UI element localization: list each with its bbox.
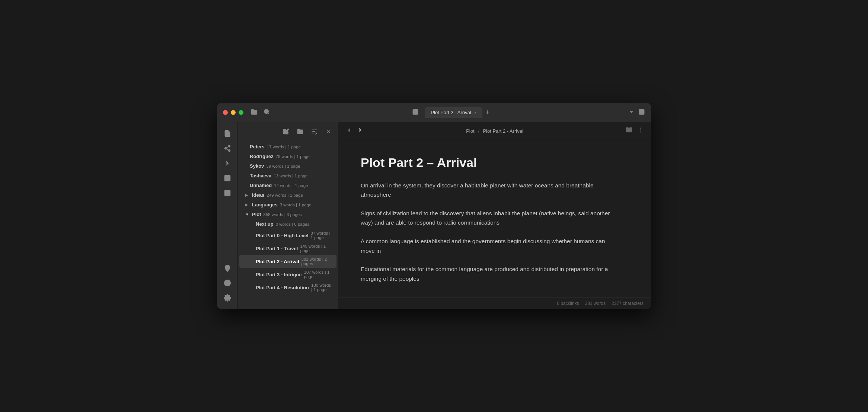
svg-point-30	[640, 128, 641, 129]
sidebar-item-plot-part-0[interactable]: Plot Part 0 - High Level 87 words | 1 pa…	[239, 229, 336, 242]
paragraph-3: A common language is established and the…	[361, 236, 614, 255]
sidebar-item-plot-part-2[interactable]: Plot Part 2 - Arrival 381 words | 2 page…	[239, 255, 336, 268]
back-button[interactable]	[346, 127, 352, 135]
sidebar-tree: Peters 17 words | 1 page Rodriguez 79 wo…	[238, 140, 338, 309]
title-bar: Plot Part 2 - Arrival × +	[217, 103, 651, 122]
dropdown-icon[interactable]	[629, 109, 634, 116]
icon-bar	[217, 122, 238, 309]
list-item[interactable]: Unnamed 14 words | 1 page	[239, 181, 336, 190]
sidebar-item-plot-part-1[interactable]: Plot Part 1 - Travel 149 words | 1 page	[239, 242, 336, 255]
table-button[interactable]	[221, 171, 234, 185]
svg-line-10	[226, 147, 229, 148]
list-item[interactable]: Tashaeva 13 words | 1 page	[239, 171, 336, 180]
terminal-button[interactable]	[221, 157, 234, 170]
breadcrumb: Plot / Plot Part 2 - Arrival	[368, 128, 621, 134]
forward-button[interactable]	[357, 127, 364, 135]
new-note-button[interactable]	[281, 126, 291, 136]
backlinks-count: 0 backlinks	[557, 301, 579, 306]
traffic-lights	[223, 110, 243, 115]
status-bar: 0 backlinks 381 words 2377 characters	[338, 297, 651, 309]
location-button[interactable]	[221, 261, 234, 275]
icon-bar-top	[221, 127, 234, 260]
editor-area: Plot / Plot Part 2 - Arrival	[338, 122, 651, 309]
document-title: Plot Part 2 – Arrival	[361, 155, 629, 170]
title-bar-icons	[251, 109, 270, 117]
paragraph-1: On arrival in the system, they discover …	[361, 181, 614, 200]
paragraph-4: Educational materials for the common lan…	[361, 264, 614, 283]
list-item[interactable]: Peters 17 words | 1 page	[239, 142, 336, 151]
svg-rect-2	[413, 109, 418, 115]
sidebar-toolbar	[238, 122, 338, 140]
reading-mode-icon[interactable]	[626, 127, 632, 135]
tab-label: Plot Part 2 - Arrival	[431, 110, 471, 115]
breadcrumb-separator: /	[478, 128, 479, 134]
split-view-icon[interactable]	[638, 109, 645, 117]
chevron-down-icon: ▼	[245, 212, 250, 216]
folder-icon[interactable]	[251, 109, 258, 117]
sidebar-item-ideas[interactable]: ▶ Ideas 249 words | 1 page	[239, 190, 336, 200]
breadcrumb-current: Plot Part 2 - Arrival	[483, 128, 523, 134]
word-count: 381 words	[585, 301, 606, 306]
active-tab[interactable]: Plot Part 2 - Arrival ×	[425, 107, 482, 118]
layout-button[interactable]	[221, 186, 234, 200]
close-button[interactable]	[223, 110, 228, 115]
close-sidebar-button[interactable]	[323, 126, 334, 136]
editor-content[interactable]: Plot Part 2 – Arrival On arrival in the …	[338, 140, 651, 297]
svg-line-9	[226, 149, 229, 150]
list-item[interactable]: Rodriguez 79 words | 1 page	[239, 152, 336, 161]
title-bar-right	[629, 109, 645, 117]
new-tab-button[interactable]: +	[485, 109, 489, 116]
sidebar-toggle-icon[interactable]	[412, 109, 419, 117]
settings-button[interactable]	[221, 291, 234, 305]
chevron-right-icon: ▶	[245, 193, 250, 197]
sidebar-item-plot-part-4[interactable]: Plot Part 4 - Resolution 130 words | 1 p…	[239, 281, 336, 294]
svg-point-32	[640, 132, 641, 133]
icon-bar-bottom	[221, 261, 234, 305]
tab-bar-area: Plot Part 2 - Arrival × +	[274, 107, 624, 118]
svg-line-1	[268, 113, 269, 114]
sidebar-item-next-up[interactable]: Next up 0 words | 0 pages	[239, 219, 336, 229]
svg-point-31	[640, 130, 641, 131]
minimize-button[interactable]	[231, 110, 236, 115]
graph-button[interactable]	[221, 142, 234, 155]
sidebar-item-plot[interactable]: ▼ Plot 858 words | 3 pages	[239, 210, 336, 219]
list-item[interactable]: Sykov 39 words | 1 page	[239, 161, 336, 171]
sidebar-item-languages[interactable]: ▶ Languages 3 words | 1 page	[239, 200, 336, 209]
sidebar-item-plot-part-3[interactable]: Plot Part 3 - Intrigue 107 words | 1 pag…	[239, 268, 336, 281]
breadcrumb-parent[interactable]: Plot	[466, 128, 474, 134]
sort-button[interactable]	[309, 126, 319, 136]
svg-rect-16	[224, 190, 230, 196]
app-window: Plot Part 2 - Arrival × +	[217, 103, 651, 309]
new-folder-button[interactable]	[295, 126, 305, 136]
more-options-icon[interactable]	[637, 127, 644, 135]
maximize-button[interactable]	[239, 110, 243, 115]
main-content: Peters 17 words | 1 page Rodriguez 79 wo…	[217, 122, 651, 309]
paragraph-2: Signs of civilization lead to the discov…	[361, 209, 614, 228]
character-count: 2377 characters	[612, 301, 644, 306]
sidebar: Peters 17 words | 1 page Rodriguez 79 wo…	[238, 122, 338, 309]
chevron-right-icon: ▶	[245, 203, 250, 207]
editor-nav: Plot / Plot Part 2 - Arrival	[338, 122, 651, 140]
svg-rect-11	[224, 176, 230, 181]
help-button[interactable]	[221, 276, 234, 290]
tab-close-button[interactable]: ×	[474, 110, 476, 115]
search-icon[interactable]	[264, 109, 270, 116]
status-items: 0 backlinks 381 words 2377 characters	[557, 301, 644, 306]
files-sidebar-button[interactable]	[221, 127, 234, 140]
tab-bar: Plot Part 2 - Arrival × +	[425, 107, 489, 118]
editor-nav-right	[626, 127, 644, 135]
